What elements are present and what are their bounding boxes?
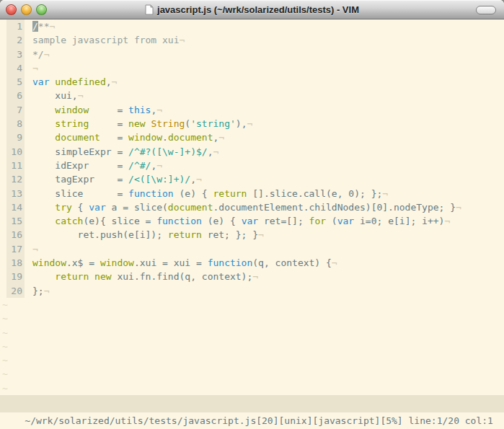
eol-marker: ¬ bbox=[332, 257, 337, 268]
code-text: catch(e){ slice = function (e) { var ret… bbox=[25, 214, 450, 228]
code-text: string = new String('string'),¬ bbox=[25, 117, 252, 131]
code-line[interactable]: 17¬ bbox=[0, 242, 504, 256]
code-text: /**¬ bbox=[25, 19, 55, 33]
empty-line-tilde: ~ bbox=[0, 298, 504, 311]
line-number: 19 bbox=[6, 270, 25, 283]
line-number: 9 bbox=[6, 131, 25, 144]
code-line[interactable]: 1/**¬ bbox=[0, 19, 504, 33]
vim-window: javascript.js (~/wrk/solarized/utils/tes… bbox=[0, 0, 504, 429]
code-text: simpleExpr = /^#?([\w-]+)$/,¬ bbox=[25, 145, 218, 159]
code-line[interactable]: 12 tagExpr = /<([\w:]+)/,¬ bbox=[0, 172, 504, 186]
editor-area[interactable]: 1/**¬2sample javascript from xui¬3*/¬4¬5… bbox=[0, 19, 504, 395]
minimize-button[interactable] bbox=[21, 4, 32, 15]
eol-marker: ¬ bbox=[258, 229, 264, 240]
line-number: 3 bbox=[6, 48, 25, 61]
code-line[interactable]: 2sample javascript from xui¬ bbox=[0, 33, 504, 47]
eol-marker: ¬ bbox=[382, 188, 388, 199]
empty-line-tilde: ~ bbox=[0, 381, 504, 395]
close-button[interactable] bbox=[6, 4, 17, 15]
eol-marker: ¬ bbox=[213, 146, 218, 157]
line-number: 12 bbox=[6, 172, 25, 186]
eol-marker: ¬ bbox=[156, 160, 162, 171]
document-proxy-icon[interactable] bbox=[145, 4, 154, 15]
eol-marker: ¬ bbox=[32, 63, 38, 74]
window-title: javascript.js (~/wrk/solarized/utils/tes… bbox=[157, 4, 359, 15]
code-line[interactable]: 14 try { var a = slice(document.document… bbox=[0, 200, 504, 214]
code-text: document = window.document,¬ bbox=[25, 131, 224, 144]
empty-line-tilde: ~ bbox=[0, 340, 504, 353]
code-text: var undefined,¬ bbox=[25, 75, 117, 89]
eol-marker: ¬ bbox=[444, 216, 450, 226]
code-text: tagExpr = /<([\w:]+)/,¬ bbox=[25, 172, 202, 186]
zoom-button[interactable] bbox=[36, 4, 47, 15]
eol-marker: ¬ bbox=[196, 174, 202, 185]
eol-marker: ¬ bbox=[44, 49, 50, 60]
eol-marker: ¬ bbox=[78, 90, 84, 101]
eol-marker: ¬ bbox=[180, 35, 185, 45]
line-number: 10 bbox=[6, 145, 25, 159]
code-text: sample javascript from xui¬ bbox=[25, 33, 185, 47]
window-titlebar[interactable]: javascript.js (~/wrk/solarized/utils/tes… bbox=[0, 0, 504, 19]
eol-marker: ¬ bbox=[112, 76, 118, 87]
line-number: 6 bbox=[6, 89, 25, 102]
code-line[interactable]: 5var undefined,¬ bbox=[0, 75, 504, 89]
line-number: 16 bbox=[6, 228, 25, 242]
code-lines: 1/**¬2sample javascript from xui¬3*/¬4¬5… bbox=[0, 19, 504, 298]
code-line[interactable]: 13 slice = function (e) { return [].slic… bbox=[0, 187, 504, 200]
code-line[interactable]: 11 idExpr = /^#/,¬ bbox=[0, 159, 504, 172]
traffic-lights bbox=[6, 4, 47, 15]
eol-marker: ¬ bbox=[32, 244, 38, 255]
empty-line-tilde: ~ bbox=[0, 326, 504, 340]
code-text: window = this,¬ bbox=[25, 103, 162, 117]
line-number: 14 bbox=[6, 200, 25, 214]
empty-line-tilde: ~ bbox=[0, 311, 504, 325]
line-number: 17 bbox=[6, 242, 25, 256]
code-line[interactable]: 10 simpleExpr = /^#?([\w-]+)$/,¬ bbox=[0, 145, 504, 159]
code-line[interactable]: 9 document = window.document,¬ bbox=[0, 131, 504, 144]
toolbar-pill-button[interactable] bbox=[476, 6, 496, 14]
empty-line-tilde: ~ bbox=[0, 367, 504, 381]
code-line[interactable]: 16 ret.push(e[i]); return ret; }; }¬ bbox=[0, 228, 504, 242]
code-text: ret.push(e[i]); return ret; }; }¬ bbox=[25, 228, 264, 242]
eol-marker: ¬ bbox=[156, 105, 162, 115]
eol-marker: ¬ bbox=[252, 271, 258, 282]
code-text: window.x$ = window.xui = xui = function(… bbox=[25, 256, 337, 270]
code-text: try { var a = slice(document.documentEle… bbox=[25, 200, 461, 214]
code-line[interactable]: 15 catch(e){ slice = function (e) { var … bbox=[0, 214, 504, 228]
code-line[interactable]: 7 window = this,¬ bbox=[0, 103, 504, 117]
code-text: */¬ bbox=[25, 48, 49, 61]
code-line[interactable]: 4¬ bbox=[0, 61, 504, 75]
line-number: 18 bbox=[6, 256, 25, 270]
line-number: 4 bbox=[6, 61, 25, 75]
eol-marker: ¬ bbox=[456, 202, 461, 213]
code-text: slice = function (e) { return [].slice.c… bbox=[25, 187, 388, 200]
eol-marker: ¬ bbox=[44, 286, 50, 296]
code-line[interactable]: 19 return new xui.fn.find(q, context);¬ bbox=[0, 270, 504, 283]
eol-marker: ¬ bbox=[218, 132, 224, 143]
code-text: ¬ bbox=[25, 61, 38, 75]
eol-marker: ¬ bbox=[247, 118, 252, 129]
command-line-area bbox=[0, 412, 504, 429]
code-line[interactable]: 3*/¬ bbox=[0, 48, 504, 61]
code-line[interactable]: 8 string = new String('string'),¬ bbox=[0, 117, 504, 131]
line-number: 5 bbox=[6, 75, 25, 89]
code-text: idExpr = /^#/,¬ bbox=[25, 159, 162, 172]
code-text: };¬ bbox=[25, 284, 49, 298]
line-number: 13 bbox=[6, 187, 25, 200]
empty-buffer-tildes: ~~~~~~~ bbox=[0, 298, 504, 395]
code-line[interactable]: 18window.x$ = window.xui = xui = functio… bbox=[0, 256, 504, 270]
line-number: 20 bbox=[6, 284, 25, 298]
line-number: 1 bbox=[6, 19, 25, 33]
line-number: 15 bbox=[6, 214, 25, 228]
code-text: return new xui.fn.find(q, context);¬ bbox=[25, 270, 258, 283]
eol-marker: ¬ bbox=[49, 21, 55, 32]
code-line[interactable]: 6 xui,¬ bbox=[0, 89, 504, 102]
vim-status-bar: ~/wrk/solarized/utils/tests/javascript.j… bbox=[0, 395, 504, 412]
empty-line-tilde: ~ bbox=[0, 353, 504, 367]
code-text: ¬ bbox=[25, 242, 38, 256]
cursor-block: / bbox=[32, 21, 38, 32]
line-number: 11 bbox=[6, 159, 25, 172]
code-text: xui,¬ bbox=[25, 89, 83, 102]
code-line[interactable]: 20};¬ bbox=[0, 284, 504, 298]
line-number: 8 bbox=[6, 117, 25, 131]
